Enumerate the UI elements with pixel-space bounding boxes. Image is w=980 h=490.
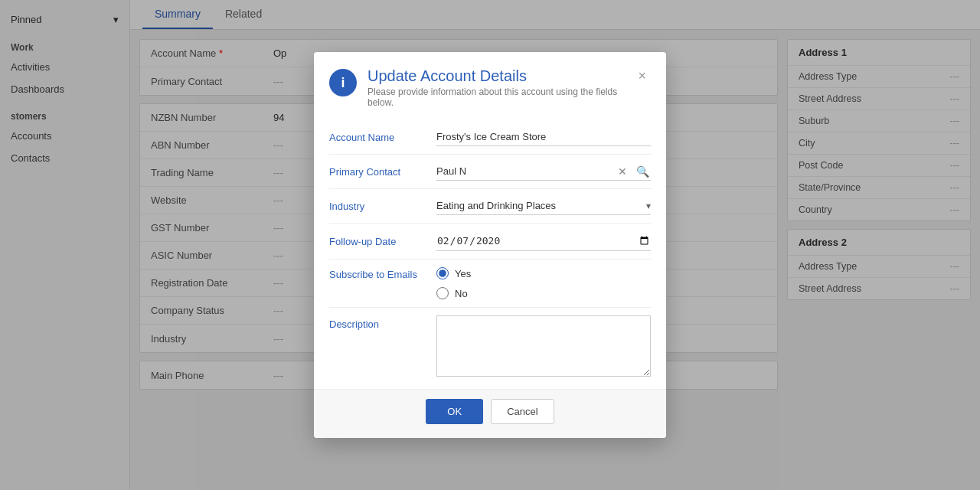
dialog-industry-control: Eating and Drinking Places Retail Techno… [436, 197, 651, 215]
dialog-header: i Update Account Details Please provide … [314, 52, 666, 120]
dialog-followup-field: Follow-up Date [329, 224, 651, 260]
contact-input-wrapper: ✕ 🔍 [436, 162, 651, 181]
subscribe-no-radio[interactable] [436, 287, 449, 299]
clear-contact-button[interactable]: ✕ [616, 165, 629, 178]
subscribe-no-option[interactable]: No [436, 287, 471, 299]
dialog-footer: OK Cancel [314, 389, 666, 438]
follow-up-date-input[interactable] [436, 231, 651, 251]
dialog-industry-label: Industry [329, 201, 436, 212]
subscribe-yes-option[interactable]: Yes [436, 267, 471, 279]
dialog-account-name-control [436, 128, 651, 146]
industry-select-wrapper: Eating and Drinking Places Retail Techno… [436, 197, 651, 215]
subscribe-radio-group: Yes No [436, 267, 471, 299]
chevron-down-icon: ▾ [646, 201, 651, 211]
account-name-input[interactable] [436, 128, 651, 146]
dialog-title: Update Account Details [368, 67, 622, 85]
dialog-primary-contact-control: ✕ 🔍 [436, 162, 651, 181]
subscribe-label: Subscribe to Emails [329, 267, 436, 299]
search-contact-button[interactable]: 🔍 [635, 165, 651, 178]
dialog-body: Account Name Primary Contact ✕ 🔍 [314, 120, 666, 389]
dialog-close-button[interactable]: × [633, 67, 651, 84]
subscribe-yes-radio[interactable] [436, 267, 449, 279]
dialog-primary-contact-field: Primary Contact ✕ 🔍 [329, 155, 651, 189]
dialog-account-name-field: Account Name [329, 120, 651, 155]
cancel-button[interactable]: Cancel [491, 399, 554, 424]
primary-contact-input[interactable] [436, 162, 616, 180]
subscribe-yes-label: Yes [455, 268, 471, 279]
description-label: Description [329, 315, 436, 330]
dialog-industry-field: Industry Eating and Drinking Places Reta… [329, 189, 651, 224]
contact-icons: ✕ 🔍 [616, 165, 651, 178]
update-account-dialog: i Update Account Details Please provide … [314, 52, 666, 438]
dialog-description-field: Description [329, 308, 651, 389]
ok-button[interactable]: OK [426, 399, 483, 424]
subscribe-no-label: No [455, 288, 468, 299]
dialog-followup-control [436, 231, 651, 251]
dialog-subtitle: Please provide information about this ac… [368, 87, 622, 108]
info-icon: i [329, 69, 357, 96]
modal-overlay: i Update Account Details Please provide … [0, 0, 980, 490]
dialog-title-block: Update Account Details Please provide in… [368, 67, 622, 108]
dialog-account-name-label: Account Name [329, 132, 436, 143]
dialog-subscribe-field: Subscribe to Emails Yes No [329, 260, 651, 308]
description-textarea[interactable] [436, 315, 651, 377]
dialog-followup-label: Follow-up Date [329, 236, 436, 247]
industry-select[interactable]: Eating and Drinking Places Retail Techno… [436, 197, 646, 214]
dialog-primary-contact-label: Primary Contact [329, 166, 436, 178]
